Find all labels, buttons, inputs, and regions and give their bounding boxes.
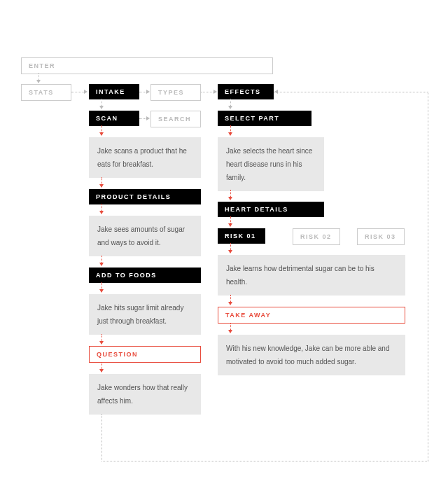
arrow	[214, 90, 217, 94]
conn	[201, 92, 215, 92]
arrow	[146, 116, 150, 120]
conn	[102, 461, 428, 461]
desc-add: Jake hits sugar limit already just throu…	[89, 294, 201, 335]
arrow	[99, 263, 104, 266]
arrow	[99, 106, 104, 109]
node-types: TYPES	[150, 84, 201, 101]
arrow	[228, 223, 232, 227]
node-select-part: SELECT PART	[218, 111, 312, 126]
arrow	[99, 289, 104, 293]
arrow	[274, 90, 278, 94]
conn	[274, 92, 428, 92]
node-heart-details: HEART DETAILS	[218, 202, 324, 217]
node-risk02: RISK 02	[293, 228, 340, 245]
arrow	[228, 302, 232, 305]
desc-take: With his new knowledge, Jake can be more…	[218, 335, 405, 375]
desc-risk: Jake learns how detrimental sugar can be…	[218, 255, 405, 296]
node-stats: STATS	[21, 84, 71, 101]
desc-scan: Jake scans a product that he eats for br…	[89, 137, 201, 178]
conn	[102, 451, 102, 461]
conn	[428, 92, 428, 461]
desc-product: Jake sees amounts of sugar and ways to a…	[89, 216, 201, 256]
conn	[102, 414, 102, 452]
arrow	[99, 369, 104, 373]
node-risk03: RISK 03	[357, 228, 405, 245]
node-scan: SCAN	[89, 111, 139, 126]
desc-question: Jake wonders how that really affects him…	[89, 374, 201, 415]
arrow	[36, 80, 41, 83]
arrow	[99, 132, 104, 136]
desc-select: Jake selects the heart since heart disea…	[218, 137, 324, 191]
arrow	[228, 250, 232, 254]
arrow	[99, 211, 104, 214]
arrow	[146, 90, 150, 94]
arrow	[228, 330, 232, 333]
arrow	[228, 197, 232, 200]
node-product-details: PRODUCT DETAILS	[89, 189, 201, 204]
node-risk01: RISK 01	[218, 228, 265, 244]
node-intake: INTAKE	[89, 84, 139, 99]
arrow	[99, 341, 104, 345]
conn	[71, 92, 85, 92]
node-take-away: TAKE AWAY	[218, 307, 405, 324]
node-effects: EFFECTS	[218, 84, 274, 99]
arrow	[99, 184, 104, 188]
node-add-to-foods: ADD TO FOODS	[89, 268, 201, 283]
node-search: SEARCH	[150, 111, 201, 127]
arrow	[84, 90, 88, 94]
node-question: QUESTION	[89, 346, 201, 363]
node-enter: ENTER	[21, 57, 273, 74]
arrow	[228, 106, 232, 109]
arrow	[228, 132, 232, 136]
